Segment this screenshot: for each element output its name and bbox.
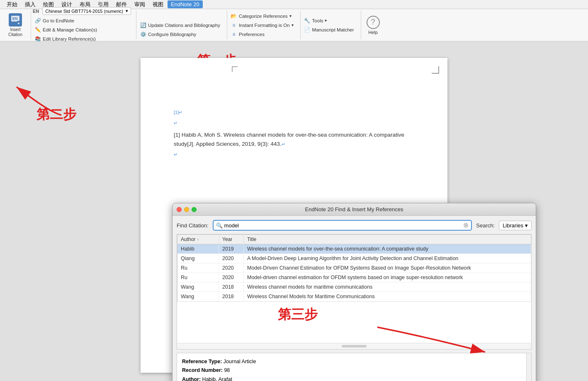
update-citations-button[interactable]: 🔄 Update Citations and Bibliography (138, 21, 222, 29)
manuscript-icon: 📄 (304, 27, 311, 33)
step2-label: 第二步 (36, 106, 76, 124)
year-cell: 2019 (219, 244, 244, 254)
title-cell: Wireless channel models for maritime com… (244, 282, 531, 292)
maximize-button[interactable] (192, 207, 197, 212)
ribbon-group-insert: EN + InsertCitation (3, 11, 31, 39)
dropdown-arrow-icon: ▾ (525, 222, 528, 229)
minimize-button[interactable] (184, 207, 189, 212)
search-dropdown[interactable]: Libraries ▾ (499, 221, 532, 230)
insert-citation-button[interactable]: EN + InsertCitation (5, 12, 26, 39)
help-icon: ? (367, 16, 380, 29)
close-button[interactable] (177, 207, 182, 212)
citation-marker: [1]↵ (174, 110, 182, 115)
paragraph-mark: ↵ (174, 121, 177, 125)
title-cell: Model-driven channel estimation for OFDM… (244, 273, 531, 282)
dialog-title-bar: EndNote 20 Find & Insert My References (173, 203, 536, 216)
ribbon-group-format: 📂 Categorize References ▾ ≡ Instant Form… (227, 11, 301, 39)
search-icon: 🔍 (216, 222, 223, 229)
author-cell: Qiang (177, 254, 219, 263)
title-cell: A Model-Driven Deep Learning Algorithm f… (244, 254, 531, 263)
find-citation-bar: Find Citation: 🔍 ⊗ Search: Libraries ▾ (177, 220, 532, 231)
edit-manage-button[interactable]: ✏️ Edit & Manage Citation(s) (33, 26, 99, 34)
year-cell: 2018 (219, 282, 244, 292)
ribbon-group-help: ? Help (361, 11, 389, 39)
find-citation-input[interactable] (224, 222, 462, 229)
page-corner-br (432, 66, 439, 74)
insert-citation-label: InsertCitation (8, 27, 22, 37)
author-cell: Ru (177, 273, 219, 282)
categorize-references-button[interactable]: 📂 Categorize References ▾ (229, 12, 293, 20)
configure-bibliography-button[interactable]: ⚙️ Configure Bibliography (138, 30, 198, 39)
main-area: 第一步 第二步 [1]↵ (0, 41, 588, 381)
tools-button[interactable]: 🔧 Tools ▾ (302, 17, 329, 25)
edit-manage-icon: ✏️ (34, 27, 41, 33)
author-cell: Wang (177, 282, 219, 292)
find-citation-label: Find Citation: (177, 222, 209, 229)
table-empty-space (177, 301, 531, 343)
help-button[interactable]: ? Help (363, 12, 384, 39)
detail-pane: Reference Type: Journal Article Record N… (177, 353, 532, 381)
reference-table: Author ↑ Year Title Habib 2019 Wireless … (177, 234, 531, 301)
ribbon-group-bibliography: 🔄 Update Citations and Bibliography ⚙️ C… (136, 11, 227, 39)
title-column-header[interactable]: Title (244, 235, 531, 244)
year-cell: 2020 (219, 273, 244, 282)
search-option-label: Libraries (503, 222, 523, 229)
detail-scrollbar[interactable] (526, 353, 531, 381)
tools-icon: 🔧 (304, 17, 311, 24)
insert-citation-icon: EN + (9, 13, 22, 27)
endnote-dialog: EndNote 20 Find & Insert My References F… (172, 203, 536, 381)
end-mark: ↵ (174, 152, 177, 157)
table-row[interactable]: Habib 2019 Wireless channel models for o… (177, 244, 531, 254)
year-cell: 2020 (219, 254, 244, 263)
menu-endnote[interactable]: EndNote 20 (168, 0, 203, 8)
preferences-icon: ≡ (231, 31, 237, 38)
style-dropdown[interactable]: Chinese Std GBT7714-2015 (numeric) ▾ (42, 7, 131, 15)
author-cell: Wang (177, 292, 219, 301)
step3-label: 第三步 (278, 306, 318, 324)
instant-formatting-button[interactable]: ≡ Instant Formatting is On ▾ (229, 21, 295, 29)
ribbon-group-tools: 🔧 Tools ▾ 📄 Manuscript Matcher (301, 11, 361, 39)
title-cell: Wireless channel models for over-the-sea… (244, 244, 531, 254)
year-column-header[interactable]: Year (219, 235, 244, 244)
dialog-body: Find Citation: 🔍 ⊗ Search: Libraries ▾ (173, 216, 536, 381)
table-row[interactable]: Ru 2020 Model-driven channel estimation … (177, 273, 531, 282)
traffic-lights (177, 207, 197, 212)
go-to-endnote-button[interactable]: 🔗 Go to EndNote (33, 17, 76, 25)
configure-icon: ⚙️ (140, 31, 146, 38)
find-input-wrap: 🔍 ⊗ (213, 220, 472, 231)
manuscript-matcher-button[interactable]: 📄 Manuscript Matcher (302, 26, 356, 34)
title-cell: Wireless Channel Models for Maritime Com… (244, 292, 531, 301)
menu-view[interactable]: 视图 (149, 0, 167, 9)
author-column-header[interactable]: Author ↑ (177, 235, 219, 244)
reference-text: [1] Habib A, Moh S. Wireless channel mod… (174, 130, 414, 148)
categorize-icon: 📂 (231, 13, 237, 19)
svg-text:+: + (17, 21, 20, 26)
menu-start[interactable]: 开始 (3, 0, 21, 9)
clear-input-button[interactable]: ⊗ (463, 222, 469, 229)
search-label: Search: (476, 222, 495, 229)
detail-reference-type: Reference Type: Journal Article (182, 357, 526, 366)
svg-text:EN: EN (12, 17, 18, 21)
scrollbar-indicator (177, 343, 531, 349)
year-cell: 2018 (219, 292, 244, 301)
table-row[interactable]: Ru 2020 Model-Driven Channel Estimation … (177, 263, 531, 273)
year-cell: 2020 (219, 263, 244, 273)
table-row[interactable]: Qiang 2020 A Model-Driven Deep Learning … (177, 254, 531, 263)
document-area: 第一步 第二步 [1]↵ (0, 41, 588, 381)
page-corner-tl (232, 66, 238, 72)
ribbon-group-endnote: EN Chinese Std GBT7714-2015 (numeric) ▾ … (31, 11, 136, 39)
instant-formatting-icon: ≡ (231, 22, 237, 29)
table-header-row: Author ↑ Year Title (177, 235, 531, 244)
table-row[interactable]: Wang 2018 Wireless Channel Models for Ma… (177, 292, 531, 301)
detail-author: Author: Habib, Arafat (182, 375, 526, 381)
style-value: Chinese Std GBT7714-2015 (numeric) (45, 9, 123, 14)
table-row[interactable]: Wang 2018 Wireless channel models for ma… (177, 282, 531, 292)
ribbon: EN + InsertCitation EN Chinese Std GBT77… (0, 9, 588, 41)
endnote-icon: 🔗 (34, 17, 41, 24)
author-cell: Habib (177, 244, 219, 254)
detail-record-number: Record Number: 98 (182, 366, 526, 375)
update-icon: 🔄 (140, 22, 146, 29)
reference-table-container: Author ↑ Year Title Habib 2019 Wireless … (177, 234, 532, 350)
menu-review[interactable]: 审阅 (131, 0, 148, 9)
preferences-button[interactable]: ≡ Preferences (229, 30, 266, 39)
